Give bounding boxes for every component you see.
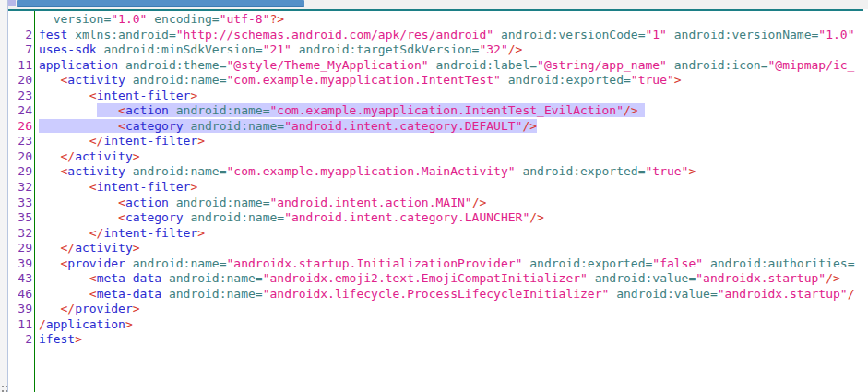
token-attr: android:name= <box>190 210 284 224</box>
token-d: </ <box>60 241 75 255</box>
token-tag: category <box>125 210 184 224</box>
token-d: / <box>39 317 46 331</box>
code-text[interactable]: </intent-filter> <box>35 226 868 242</box>
code-text[interactable]: </intent-filter> <box>35 134 868 149</box>
token-attr: android:name= <box>190 119 284 133</box>
token-d: > <box>197 134 205 148</box>
code-editor[interactable]: version="1.0" encoding="utf-8"?>2fest xm… <box>8 11 868 392</box>
line-number: 32 <box>8 180 35 196</box>
token-tag: meta-data <box>97 287 161 301</box>
token-d: /> <box>624 103 638 117</box>
token-tag: provider <box>67 256 125 270</box>
code-text[interactable]: fest xmlns:android="http://schemas.andro… <box>35 28 868 43</box>
token-txt <box>667 58 674 72</box>
token-tag: intent-filter <box>103 226 197 240</box>
token-txt <box>39 256 60 270</box>
token-attr: encoding= <box>154 12 219 26</box>
line-number: 29 <box>8 241 35 256</box>
token-d: < <box>89 180 97 194</box>
code-text[interactable]: <meta-data android:name="androidx.emoji2… <box>35 271 868 287</box>
token-tag: provider <box>75 302 133 315</box>
code-line: 43 <meta-data android:name="androidx.emo… <box>8 271 868 287</box>
token-tag: intent-filter <box>97 89 191 102</box>
code-text[interactable]: <provider android:name="androidx.startup… <box>35 256 868 272</box>
code-text[interactable]: </activity> <box>35 241 868 256</box>
token-attr: android:name= <box>176 103 270 117</box>
code-line: 29 </activity> <box>8 241 868 256</box>
panel-splitter[interactable] <box>0 0 8 392</box>
token-txt <box>667 28 674 42</box>
token-txt <box>39 73 60 87</box>
token-val: "false" <box>652 256 703 270</box>
line-number: 33 <box>8 196 35 211</box>
code-text[interactable]: <activity android:name="com.example.myap… <box>35 73 868 89</box>
code-line: version="1.0" encoding="utf-8"?> <box>8 12 868 28</box>
token-d: < <box>89 89 97 102</box>
token-txt <box>169 196 176 209</box>
token-d: /> <box>826 271 840 285</box>
token-tag: application <box>39 58 118 72</box>
line-number: 23 <box>8 134 35 149</box>
token-txt <box>97 103 118 117</box>
token-d: > <box>75 332 82 346</box>
token-txt <box>169 103 176 117</box>
token-val: "1.0" <box>111 12 147 26</box>
token-txt <box>125 256 133 270</box>
code-text[interactable]: version="1.0" encoding="utf-8"?> <box>35 12 868 28</box>
token-d: </ <box>60 302 75 315</box>
code-text[interactable]: </provider> <box>35 302 868 317</box>
token-txt <box>39 149 60 163</box>
token-d: < <box>118 210 125 224</box>
token-d: </ <box>89 134 104 148</box>
token-txt <box>39 302 60 315</box>
token-tag: uses-sdk <box>39 42 97 56</box>
token-val: "com.example.myapplication.MainActivity" <box>227 164 516 178</box>
code-line: 33 <action android:name="android.intent.… <box>8 196 868 211</box>
code-text[interactable]: /application> <box>35 317 868 333</box>
token-d: /> <box>529 210 544 224</box>
code-line: 20 <activity android:name="com.example.m… <box>8 73 868 89</box>
code-line: 39 </provider> <box>8 302 868 317</box>
token-val: "com.example.myapplication.IntentTest_Ev… <box>269 103 624 117</box>
code-text[interactable]: <activity android:name="com.example.myap… <box>35 164 868 180</box>
code-text[interactable]: </activity> <box>35 149 868 165</box>
token-val: "androidx.lifecycle.ProcessLifecycleInit… <box>263 287 610 301</box>
token-txt <box>39 241 60 255</box>
token-attr: android:authorities= <box>710 256 855 270</box>
code-text[interactable]: ifest> <box>35 332 868 348</box>
token-d: ?> <box>270 12 285 26</box>
line-number: 26 <box>8 119 35 135</box>
token-tag: meta-data <box>97 271 161 285</box>
code-text[interactable]: <intent-filter> <box>35 180 868 196</box>
selection-highlight: <action android:name="com.example.myappl… <box>97 103 645 117</box>
splitter-grip-icon[interactable] <box>2 386 4 387</box>
token-txt <box>39 12 54 26</box>
token-attr: android:versionCode= <box>501 28 646 42</box>
token-val: "true" <box>631 73 674 87</box>
code-line: 39 <provider android:name="androidx.star… <box>8 256 868 272</box>
code-rows: version="1.0" encoding="utf-8"?>2fest xm… <box>8 12 868 348</box>
token-attr: xmlns:android= <box>75 28 176 42</box>
code-text[interactable]: <meta-data android:name="androidx.lifecy… <box>35 287 868 303</box>
token-attr: version= <box>54 12 112 26</box>
line-number: 2 <box>8 332 35 348</box>
xml-source-viewer: version="1.0" encoding="utf-8"?>2fest xm… <box>0 0 868 392</box>
code-text[interactable]: uses-sdk android:minSdkVersion="21" andr… <box>35 42 868 58</box>
line-number: 39 <box>8 302 35 317</box>
token-val: "http://schemas.android.com/apk/res/andr… <box>176 28 493 42</box>
token-attr: android:name= <box>176 196 270 209</box>
scrollbar-button[interactable] <box>7 0 16 6</box>
code-text[interactable]: <intent-filter> <box>35 89 868 104</box>
token-val: "utf-8" <box>220 12 270 26</box>
code-text[interactable]: <action android:name="android.intent.act… <box>35 196 868 211</box>
code-text[interactable]: <category android:name="android.intent.c… <box>35 119 868 135</box>
token-val: "@string/app_name" <box>537 58 667 72</box>
code-text[interactable]: <action android:name="com.example.myappl… <box>35 103 868 119</box>
scrollbar-thumb[interactable] <box>17 0 304 7</box>
code-text[interactable]: application android:theme="@style/Theme_… <box>35 58 868 74</box>
token-val: "android.intent.category.LAUNCHER" <box>284 210 529 224</box>
token-val: "true" <box>645 164 688 178</box>
code-text[interactable]: <category android:name="android.intent.c… <box>35 210 868 226</box>
code-line: 32 </intent-filter> <box>8 226 868 242</box>
token-txt <box>609 287 616 301</box>
